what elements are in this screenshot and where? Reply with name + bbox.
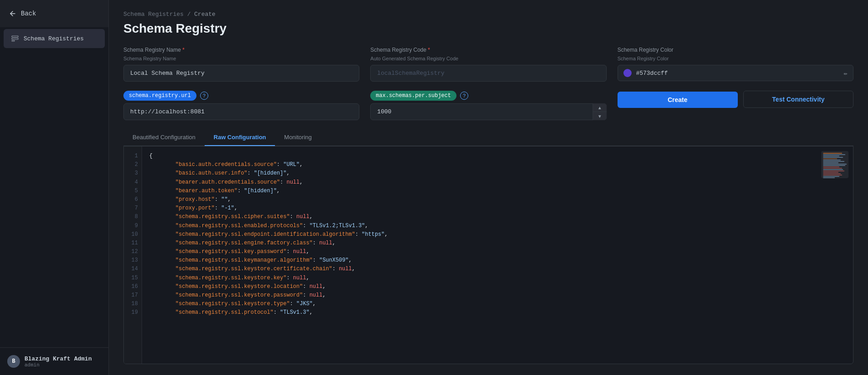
configuration-tabs: Beautified Configuration Raw Configurati…	[123, 129, 853, 146]
sidebar: Back Schema Registries B Blazing Kraft A…	[0, 0, 109, 375]
user-role: admin	[25, 362, 92, 368]
code-editor: 12345678910111213141516171819 { "basic.a…	[123, 146, 853, 364]
svg-rect-0	[12, 36, 18, 37]
action-buttons: Create Test Connectivity	[618, 91, 853, 109]
color-label: Schema Registry Color	[618, 47, 853, 53]
color-sublabel: Schema Registry Color	[618, 56, 853, 61]
color-hex-value: #573dccff	[636, 70, 839, 77]
url-property-tag: schema.registry.url	[123, 91, 196, 101]
code-field-group: Schema Registry Code * Auto Generated Sc…	[370, 47, 606, 82]
breadcrumb: Schema Registries / Create	[123, 11, 853, 18]
max-schemas-help-icon[interactable]: ?	[460, 92, 468, 100]
color-field-group: Schema Registry Color Schema Registry Co…	[618, 47, 853, 81]
tab-monitoring[interactable]: Monitoring	[275, 129, 321, 146]
back-label: Back	[21, 10, 36, 17]
user-info: Blazing Kraft Admin admin	[25, 356, 92, 368]
minimap-lines	[821, 151, 848, 178]
breadcrumb-current: Create	[194, 11, 216, 18]
svg-rect-2	[12, 40, 15, 41]
number-spinners: ▲ ▼	[593, 103, 607, 120]
tab-raw[interactable]: Raw Configuration	[205, 129, 275, 146]
breadcrumb-separator: /	[184, 11, 194, 18]
name-input[interactable]	[123, 65, 359, 82]
breadcrumb-parent[interactable]: Schema Registries	[123, 11, 184, 18]
back-arrow-icon	[7, 9, 16, 18]
url-input[interactable]	[123, 103, 359, 120]
url-property-group: schema.registry.url ?	[123, 91, 359, 120]
spinner-up-button[interactable]: ▲	[593, 103, 607, 112]
page-title: Schema Registry	[123, 21, 853, 36]
create-button[interactable]: Create	[618, 92, 738, 108]
tab-beautified[interactable]: Beautified Configuration	[123, 129, 205, 146]
name-label: Schema Registry Name *	[123, 47, 359, 53]
max-schemas-input-wrap: ▲ ▼	[370, 103, 606, 120]
max-schemas-tag-row: max.schemas.per.subject ?	[370, 91, 606, 101]
code-content[interactable]: { "basic.auth.credentials.source": "URL"…	[142, 146, 853, 364]
max-schemas-property-tag: max.schemas.per.subject	[370, 91, 456, 101]
user-name: Blazing Kraft Admin	[25, 356, 92, 362]
code-label: Schema Registry Code *	[370, 47, 606, 53]
spinner-down-button[interactable]: ▼	[593, 112, 607, 120]
minimap	[821, 151, 848, 178]
sidebar-item-schema-registries[interactable]: Schema Registries	[4, 29, 105, 48]
main-content: Schema Registries / Create Schema Regist…	[109, 0, 868, 375]
back-button[interactable]: Back	[0, 0, 108, 27]
schema-registries-icon	[11, 34, 19, 43]
line-numbers: 12345678910111213141516171819	[124, 146, 142, 364]
max-schemas-property-group: max.schemas.per.subject ? ▲ ▼	[370, 91, 606, 120]
max-schemas-input[interactable]	[370, 103, 606, 120]
svg-rect-1	[12, 38, 18, 39]
code-sublabel: Auto Generated Schema Registry Code	[370, 56, 606, 61]
name-field-group: Schema Registry Name * Schema Registry N…	[123, 47, 359, 82]
sidebar-item-label: Schema Registries	[24, 35, 84, 42]
form-row-2: schema.registry.url ? max.schemas.per.su…	[123, 91, 853, 120]
edit-color-icon[interactable]: ✏️	[844, 69, 848, 77]
user-profile: B Blazing Kraft Admin admin	[0, 347, 108, 375]
code-input[interactable]	[370, 65, 606, 82]
url-help-icon[interactable]: ?	[200, 92, 208, 100]
form-row-1: Schema Registry Name * Schema Registry N…	[123, 47, 853, 82]
name-sublabel: Schema Registry Name	[123, 56, 359, 61]
color-input[interactable]: #573dccff ✏️	[618, 65, 853, 81]
color-swatch	[623, 69, 632, 77]
avatar: B	[7, 355, 20, 368]
test-connectivity-button[interactable]: Test Connectivity	[743, 91, 853, 108]
url-tag-row: schema.registry.url ?	[123, 91, 359, 101]
